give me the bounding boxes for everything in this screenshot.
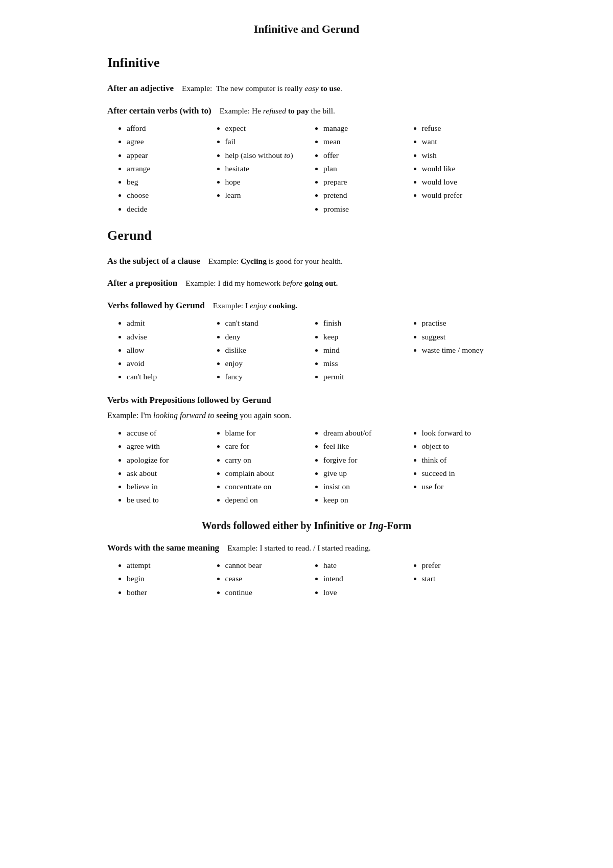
subsection-verbs-gerund: Verbs followed by Gerund Example: I enjo… (107, 299, 506, 384)
list-item: mind (323, 344, 408, 356)
list-item: forgive for (323, 454, 408, 466)
list-item: would like (422, 163, 506, 174)
gerund-col3: finish keep mind miss permit (314, 317, 408, 384)
list-item: finish (323, 317, 408, 329)
subsection-after-preposition: After a preposition Example: I did my ho… (107, 277, 506, 290)
example-after-adjective: Example: The new computer is really easy… (182, 82, 342, 94)
list-item: insist on (323, 481, 408, 492)
list-item: fancy (225, 371, 310, 382)
prep-col4: look forward to object to think of succe… (413, 427, 506, 508)
list-item: use for (422, 481, 506, 492)
section-infinitive: Infinitive After an adjective Example: T… (107, 53, 506, 216)
list-item: promise (323, 203, 408, 215)
gerund-col1: admit advise allow avoid can't help (117, 317, 211, 384)
list-item: learn (225, 189, 310, 201)
list-item: miss (323, 357, 408, 369)
list-item: attempt (127, 559, 211, 571)
section-title-infinitive: Infinitive (107, 53, 506, 73)
list-item: cannot bear (225, 559, 310, 571)
list-item: succeed in (422, 467, 506, 479)
list-item: advise (127, 331, 211, 342)
same-col3: hate intend love (314, 559, 408, 600)
list-item: be used to (127, 494, 211, 506)
list-item: feel like (323, 440, 408, 452)
list-item: mean (323, 135, 408, 147)
same-col1: attempt begin bother (117, 559, 211, 600)
list-item: pretend (323, 189, 408, 201)
list-item: believe in (127, 481, 211, 492)
infinitive-col3: manage mean offer plan prepare pretend p… (314, 122, 408, 216)
section-gerund: Gerund As the subject of a clause Exampl… (107, 225, 506, 508)
list-item: admit (127, 317, 211, 329)
list-item: start (422, 573, 506, 584)
list-item: blame for (225, 427, 310, 439)
example-verbs-prepositions: Example: I'm looking forward to seeing y… (107, 409, 506, 422)
list-item: think of (422, 454, 506, 466)
list-item: carry on (225, 454, 310, 466)
list-item: enjoy (225, 357, 310, 369)
list-item: manage (323, 122, 408, 134)
subsection-title-after-adjective: After an adjective (107, 82, 174, 95)
prep-col2: blame for care for carry on complain abo… (216, 427, 310, 508)
list-item: bother (127, 586, 211, 598)
section-either: Words followed either by Infinitive or I… (107, 518, 506, 600)
list-item: give up (323, 467, 408, 479)
list-item: ask about (127, 467, 211, 479)
list-item: permit (323, 371, 408, 382)
list-item: prepare (323, 176, 408, 188)
subsection-title-after-certain-verbs: After certain verbs (with to) (107, 104, 211, 118)
subsection-verbs-prepositions-gerund: Verbs with Prepositions followed by Geru… (107, 394, 506, 508)
gerund-col2: can't stand deny dislike enjoy fancy (216, 317, 310, 384)
list-item: fail (225, 135, 310, 147)
list-item: cease (225, 573, 310, 584)
list-item: help (also without to) (225, 149, 310, 161)
list-item: choose (127, 189, 211, 201)
list-item: apologize for (127, 454, 211, 466)
list-item: appear (127, 149, 211, 161)
list-item: wish (422, 149, 506, 161)
list-item: refuse (422, 122, 506, 134)
list-item: look forward to (422, 427, 506, 439)
subsection-title-same-meaning: Words with the same meaning (107, 541, 219, 555)
gerund-col4: practise suggest waste time / money (413, 317, 506, 384)
subsection-same-meaning: Words with the same meaning Example: I s… (107, 541, 506, 600)
list-item: arrange (127, 163, 211, 174)
subsection-after-certain-verbs: After certain verbs (with to) Example: H… (107, 104, 506, 216)
subsection-title-verbs-gerund: Verbs followed by Gerund (107, 299, 205, 312)
subsection-title-after-preposition: After a preposition (107, 277, 177, 290)
subsection-title-subject-clause: As the subject of a clause (107, 255, 200, 268)
example-subject-clause: Example: Cycling is good for your health… (208, 255, 343, 267)
list-item: expect (225, 122, 310, 134)
list-item: decide (127, 203, 211, 215)
list-item: suggest (422, 331, 506, 342)
preposition-verbs-list: accuse of agree with apologize for ask a… (117, 427, 506, 508)
list-item: agree with (127, 440, 211, 452)
infinitive-col4: refuse want wish would like would love w… (413, 122, 506, 216)
list-item: prefer (422, 559, 506, 571)
list-item: depend on (225, 494, 310, 506)
list-item: hope (225, 176, 310, 188)
list-item: allow (127, 344, 211, 356)
infinitive-verbs-list: afford agree appear arrange beg choose d… (117, 122, 506, 216)
subsection-subject-clause: As the subject of a clause Example: Cycl… (107, 255, 506, 268)
list-item: care for (225, 440, 310, 452)
list-item: intend (323, 573, 408, 584)
list-item: continue (225, 586, 310, 598)
infinitive-col1: afford agree appear arrange beg choose d… (117, 122, 211, 216)
list-item: begin (127, 573, 211, 584)
list-item: keep on (323, 494, 408, 506)
section-title-either: Words followed either by Infinitive or I… (107, 518, 506, 533)
example-verbs-gerund: Example: I enjoy cooking. (213, 300, 297, 311)
list-item: keep (323, 331, 408, 342)
list-item: hate (323, 559, 408, 571)
example-after-certain-verbs: Example: He refused to pay the bill. (220, 105, 335, 117)
list-item: concentrate on (225, 481, 310, 492)
prep-col1: accuse of agree with apologize for ask a… (117, 427, 211, 508)
list-item: avoid (127, 357, 211, 369)
infinitive-col2: expect fail help (also without to) hesit… (216, 122, 310, 216)
subsection-after-adjective: After an adjective Example: The new comp… (107, 82, 506, 95)
list-item: practise (422, 317, 506, 329)
section-title-gerund: Gerund (107, 225, 506, 245)
list-item: can't stand (225, 317, 310, 329)
list-item: dream about/of (323, 427, 408, 439)
